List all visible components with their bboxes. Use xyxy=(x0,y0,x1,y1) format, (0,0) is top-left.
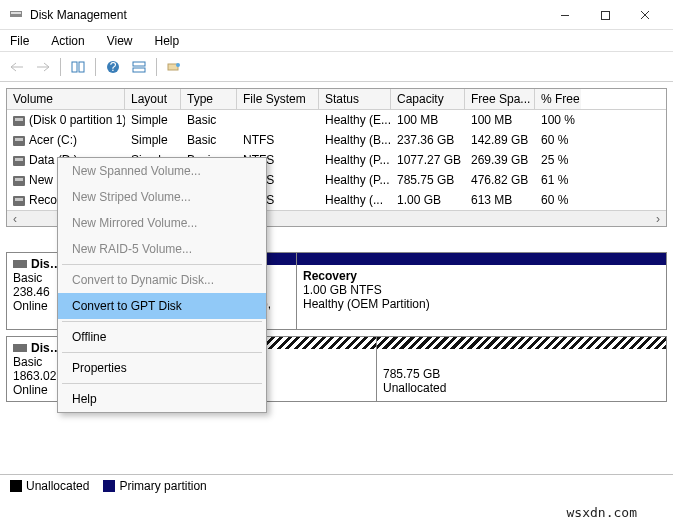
col-status[interactable]: Status xyxy=(319,89,391,109)
volume-icon xyxy=(13,116,25,126)
col-free[interactable]: Free Spa... xyxy=(465,89,535,109)
ctx-new-spanned[interactable]: New Spanned Volume... xyxy=(58,158,266,184)
maximize-button[interactable] xyxy=(585,1,625,29)
cell-free: 100 MB xyxy=(465,110,535,130)
cell-type: Basic xyxy=(181,110,237,130)
menubar: File Action View Help xyxy=(0,30,673,52)
svg-rect-6 xyxy=(72,62,77,72)
volume-icon xyxy=(13,176,25,186)
cell-status: Healthy (B... xyxy=(319,130,391,150)
app-icon xyxy=(8,7,24,23)
cell-pct: 100 % xyxy=(535,110,581,130)
disk-icon xyxy=(13,344,27,352)
cell-layout: Simple xyxy=(125,130,181,150)
col-pct[interactable]: % Free xyxy=(535,89,581,109)
part-name: Recovery xyxy=(303,269,660,283)
forward-button[interactable] xyxy=(32,56,54,78)
col-layout[interactable]: Layout xyxy=(125,89,181,109)
volume-icon xyxy=(13,156,25,166)
unalloc-size: 785.75 GB xyxy=(383,367,660,381)
menu-help[interactable]: Help xyxy=(151,32,184,50)
cell-free: 613 MB xyxy=(465,190,535,210)
col-fs[interactable]: File System xyxy=(237,89,319,109)
toolbar: ? xyxy=(0,52,673,82)
menu-action[interactable]: Action xyxy=(47,32,88,50)
disk-1-unalloc-2[interactable]: 785.75 GB Unallocated xyxy=(377,337,666,401)
svg-rect-1 xyxy=(11,12,21,14)
cell-layout: Simple xyxy=(125,110,181,130)
cell-free: 476.82 GB xyxy=(465,170,535,190)
disk-0-part-recovery[interactable]: Recovery 1.00 GB NTFS Healthy (OEM Parti… xyxy=(297,253,666,329)
col-type[interactable]: Type xyxy=(181,89,237,109)
view-toggle-icon[interactable] xyxy=(67,56,89,78)
cell-pct: 61 % xyxy=(535,170,581,190)
volume-icon xyxy=(13,196,25,206)
svg-rect-7 xyxy=(79,62,84,72)
volume-row[interactable]: Acer (C:)SimpleBasicNTFSHealthy (B...237… xyxy=(7,130,666,150)
cell-type: Basic xyxy=(181,130,237,150)
ctx-convert-gpt[interactable]: Convert to GPT Disk xyxy=(58,293,266,319)
volume-header: Volume Layout Type File System Status Ca… xyxy=(7,89,666,110)
cell-status: Healthy (P... xyxy=(319,170,391,190)
svg-rect-10 xyxy=(133,62,145,66)
disk-icon xyxy=(13,260,27,268)
ctx-new-raid5[interactable]: New RAID-5 Volume... xyxy=(58,236,266,262)
svg-rect-11 xyxy=(133,68,145,72)
help-icon[interactable]: ? xyxy=(102,56,124,78)
cell-status: Healthy (... xyxy=(319,190,391,210)
cell-capacity: 1.00 GB xyxy=(391,190,465,210)
svg-text:?: ? xyxy=(110,60,117,74)
cell-capacity: 785.75 GB xyxy=(391,170,465,190)
svg-point-13 xyxy=(176,63,180,67)
view-mode-icon[interactable] xyxy=(128,56,150,78)
menu-view[interactable]: View xyxy=(103,32,137,50)
cell-fs: NTFS xyxy=(237,130,319,150)
svg-rect-3 xyxy=(601,11,609,19)
ctx-help[interactable]: Help xyxy=(58,386,266,412)
cell-name: Acer (C:) xyxy=(7,130,125,150)
col-capacity[interactable]: Capacity xyxy=(391,89,465,109)
cell-pct: 60 % xyxy=(535,130,581,150)
legend-unallocated: Unallocated xyxy=(26,479,89,493)
ctx-new-striped[interactable]: New Striped Volume... xyxy=(58,184,266,210)
swatch-primary-icon xyxy=(103,480,115,492)
cell-free: 142.89 GB xyxy=(465,130,535,150)
scroll-left-icon[interactable]: ‹ xyxy=(7,211,23,226)
col-volume[interactable]: Volume xyxy=(7,89,125,109)
cell-capacity: 100 MB xyxy=(391,110,465,130)
part-line3: Healthy (OEM Partition) xyxy=(303,297,660,311)
window-title: Disk Management xyxy=(30,8,545,22)
ctx-convert-dynamic[interactable]: Convert to Dynamic Disk... xyxy=(58,267,266,293)
cell-pct: 60 % xyxy=(535,190,581,210)
scroll-right-icon[interactable]: › xyxy=(650,211,666,226)
cell-status: Healthy (E... xyxy=(319,110,391,130)
close-button[interactable] xyxy=(625,1,665,29)
cell-capacity: 1077.27 GB xyxy=(391,150,465,170)
menu-file[interactable]: File xyxy=(6,32,33,50)
ctx-properties[interactable]: Properties xyxy=(58,355,266,381)
unalloc-label: Unallocated xyxy=(383,381,660,395)
refresh-icon[interactable] xyxy=(163,56,185,78)
back-button[interactable] xyxy=(6,56,28,78)
volume-row[interactable]: (Disk 0 partition 1)SimpleBasicHealthy (… xyxy=(7,110,666,130)
swatch-unallocated-icon xyxy=(10,480,22,492)
cell-free: 269.39 GB xyxy=(465,150,535,170)
cell-name: (Disk 0 partition 1) xyxy=(7,110,125,130)
part-line2: 1.00 GB NTFS xyxy=(303,283,660,297)
titlebar: Disk Management xyxy=(0,0,673,30)
cell-pct: 25 % xyxy=(535,150,581,170)
legend: Unallocated Primary partition xyxy=(0,474,673,496)
legend-primary: Primary partition xyxy=(119,479,206,493)
watermark: wsxdn.com xyxy=(567,505,637,520)
cell-status: Healthy (P... xyxy=(319,150,391,170)
volume-icon xyxy=(13,136,25,146)
cell-fs xyxy=(237,110,319,130)
context-menu: New Spanned Volume... New Striped Volume… xyxy=(57,157,267,413)
cell-capacity: 237.36 GB xyxy=(391,130,465,150)
ctx-new-mirrored[interactable]: New Mirrored Volume... xyxy=(58,210,266,236)
ctx-offline[interactable]: Offline xyxy=(58,324,266,350)
minimize-button[interactable] xyxy=(545,1,585,29)
